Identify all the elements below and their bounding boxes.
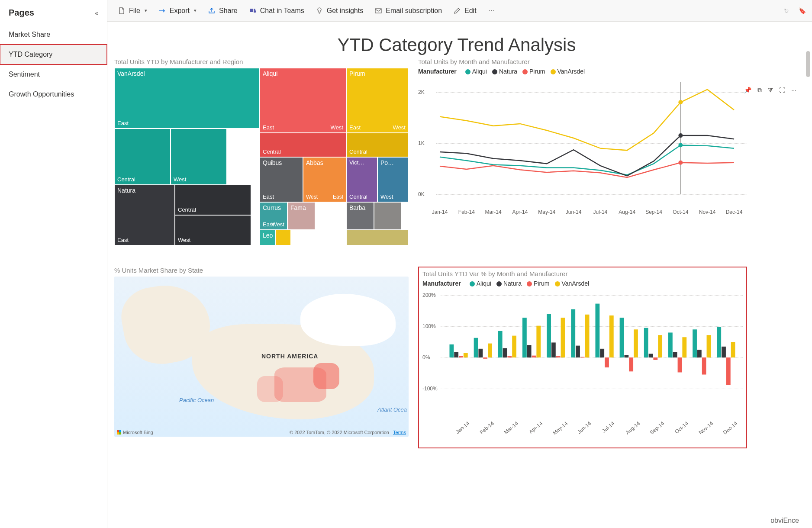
visual-header-icons: 📌 ⧉ ⧩ ⛶ ···: [744, 87, 796, 94]
legend-item-aliqui[interactable]: Aliqui: [470, 280, 491, 287]
refresh-icon[interactable]: ↻: [783, 7, 790, 15]
file-menu[interactable]: File ▾: [113, 4, 151, 17]
treemap-cell[interactable]: AbbasWestEast: [303, 157, 346, 202]
treemap-cell[interactable]: [374, 202, 402, 230]
legend-item-aliqui[interactable]: Aliqui: [465, 68, 487, 75]
map-terms-link[interactable]: Terms: [393, 430, 406, 435]
svg-rect-46: [673, 352, 677, 357]
file-icon: [118, 7, 126, 15]
svg-point-1: [254, 9, 255, 10]
svg-rect-41: [644, 328, 648, 357]
treemap-cell[interactable]: Central: [114, 129, 171, 185]
svg-rect-44: [658, 335, 662, 357]
chevron-down-icon: ▾: [194, 8, 197, 13]
chat-teams-button[interactable]: Chat in Teams: [245, 4, 309, 17]
report-title: YTD Category Trend Analysis: [114, 35, 799, 55]
collapse-sidebar-icon[interactable]: «: [95, 10, 98, 16]
edit-button[interactable]: Edit: [449, 4, 481, 17]
map-visual[interactable]: % Units Market Share by State NORTH AMER…: [114, 267, 409, 448]
treemap-title: Total Units YTD by Manufacturer and Regi…: [114, 58, 409, 65]
svg-rect-12: [464, 353, 468, 357]
legend-item-pirum[interactable]: Pirum: [522, 68, 545, 75]
svg-rect-22: [527, 345, 532, 357]
lightbulb-icon: [316, 7, 323, 15]
page-item-market-share[interactable]: Market Share: [0, 25, 107, 45]
svg-rect-0: [250, 9, 253, 12]
treemap-cell[interactable]: QuibusEast: [260, 157, 303, 202]
page-item-growth-opportunities[interactable]: Growth Opportunities: [0, 84, 107, 104]
treemap-visual[interactable]: Total Units YTD by Manufacturer and Regi…: [114, 58, 409, 261]
legend-item-pirum[interactable]: Pirum: [527, 280, 550, 287]
get-insights-button[interactable]: Get insights: [311, 4, 367, 17]
svg-rect-31: [580, 357, 585, 357]
footer-brand: obviEnce: [770, 517, 799, 525]
treemap-cell[interactable]: [275, 230, 291, 245]
treemap-cell[interactable]: Central: [346, 133, 409, 157]
email-subscription-button[interactable]: Email subscription: [370, 4, 446, 17]
page-item-sentiment[interactable]: Sentiment: [0, 64, 107, 84]
legend-item-vanarsdel[interactable]: VanArsdel: [551, 68, 585, 75]
svg-rect-34: [600, 349, 604, 357]
svg-rect-11: [459, 356, 463, 357]
map-title: % Units Market Share by State: [114, 267, 409, 274]
svg-rect-35: [605, 357, 609, 367]
svg-rect-56: [731, 342, 735, 357]
treemap-cell[interactable]: Po…West: [377, 157, 409, 202]
teams-icon: [249, 7, 257, 15]
focus-icon[interactable]: ⛶: [779, 87, 785, 94]
ellipsis-icon: ···: [488, 7, 496, 15]
bar-chart-visual[interactable]: Total Units YTD Var % by Month and Manuf…: [418, 267, 747, 448]
map-label-pacific: Pacific Ocean: [179, 397, 214, 403]
svg-rect-52: [707, 335, 711, 357]
copy-icon[interactable]: ⧉: [757, 87, 762, 94]
treemap-cell[interactable]: NaturaEast: [114, 185, 175, 245]
legend-item-natura[interactable]: Natura: [496, 280, 522, 287]
vertical-scrollbar[interactable]: [806, 51, 810, 77]
line-legend: Manufacturer AliquiNaturaPirumVanArsdel: [418, 68, 747, 75]
svg-rect-27: [556, 356, 561, 357]
treemap-cell[interactable]: PirumEastWest: [346, 68, 409, 133]
pages-sidebar: Pages « Market ShareYTD CategorySentimen…: [0, 0, 107, 528]
svg-rect-42: [649, 354, 653, 357]
svg-rect-48: [682, 337, 686, 357]
export-menu[interactable]: Export ▾: [154, 4, 201, 17]
bar-legend: Manufacturer AliquiNaturaPirumVanArsdel: [422, 280, 743, 287]
filter-icon[interactable]: ⧩: [768, 87, 773, 94]
more-options-button[interactable]: ···: [483, 4, 500, 17]
treemap-cell[interactable]: VanArsdelEast: [114, 68, 260, 129]
treemap-cell[interactable]: West: [175, 215, 251, 245]
svg-rect-17: [498, 331, 503, 357]
legend-item-vanarsdel[interactable]: VanArsdel: [555, 280, 590, 287]
more-icon[interactable]: ···: [791, 87, 796, 94]
svg-rect-55: [726, 357, 731, 385]
bookmark-icon[interactable]: 🔖: [798, 7, 806, 15]
svg-rect-9: [449, 344, 454, 357]
svg-rect-20: [512, 336, 516, 357]
line-chart-visual[interactable]: Total Units by Month and Manufacturer Ma…: [418, 58, 747, 261]
treemap-cell[interactable]: West: [171, 129, 227, 185]
line-title: Total Units by Month and Manufacturer: [418, 58, 747, 65]
treemap-cell[interactable]: AliquiEastWest: [260, 68, 346, 133]
treemap-cell[interactable]: Fama: [287, 202, 315, 230]
svg-rect-49: [693, 329, 697, 357]
treemap-cell[interactable]: Central: [175, 185, 251, 215]
share-button[interactable]: Share: [203, 4, 242, 17]
legend-item-natura[interactable]: Natura: [492, 68, 517, 75]
svg-rect-18: [503, 348, 507, 357]
svg-point-7: [678, 161, 683, 165]
mail-icon: [374, 7, 382, 15]
bing-logo-icon: [117, 430, 121, 435]
svg-rect-15: [483, 357, 487, 359]
treemap-cell[interactable]: CurrusEastWest: [260, 202, 287, 230]
treemap-cell[interactable]: Central: [260, 133, 346, 157]
svg-rect-50: [697, 350, 702, 357]
treemap-cell[interactable]: Vict…Central: [346, 157, 377, 202]
svg-rect-28: [561, 318, 565, 357]
treemap-cell[interactable]: Leo: [260, 230, 275, 245]
svg-rect-30: [576, 346, 580, 357]
treemap-cell[interactable]: Barba: [346, 202, 374, 230]
treemap-cell[interactable]: [346, 230, 409, 245]
svg-point-5: [678, 143, 683, 148]
page-item-ytd-category[interactable]: YTD Category: [0, 45, 107, 64]
export-icon: [158, 7, 166, 15]
